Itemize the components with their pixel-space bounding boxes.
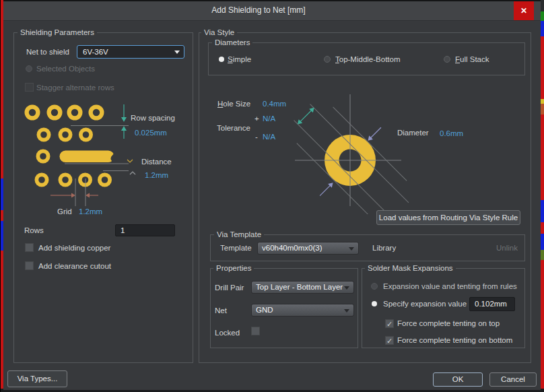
tenting-bottom-label: Force complete tenting on bottom xyxy=(397,335,512,345)
unlink-link[interactable]: Unlink xyxy=(496,243,518,253)
chevron-down-icon xyxy=(344,286,349,290)
library-label: Library xyxy=(372,243,396,253)
tenting-bottom-checkbox[interactable]: ✓ xyxy=(385,336,394,345)
group-via-template-label: Via Template xyxy=(214,230,264,239)
ok-button[interactable]: OK xyxy=(433,372,483,387)
radio-simple[interactable] xyxy=(218,56,225,63)
tenting-top-label: Force complete tenting on top xyxy=(397,319,500,328)
net-to-shield-label: Net to shield xyxy=(26,47,69,57)
hole-size-value: 0.4mm xyxy=(263,99,286,108)
net-combo[interactable]: GND xyxy=(251,304,354,317)
drill-pair-label: Drill Pair xyxy=(215,283,244,292)
right-edge-blue-2 xyxy=(541,200,544,222)
distance-value: 1.2mm xyxy=(145,170,168,180)
stagger-label: Stagger alternate rows xyxy=(36,83,114,92)
diameter-value: 0.6mm xyxy=(440,129,463,138)
screen: Add Shielding to Net [mm] ✕ Shielding Pa… xyxy=(0,0,544,392)
group-properties: Properties Drill Pair Top Layer - Bottom… xyxy=(210,268,358,348)
group-properties-label: Properties xyxy=(213,263,254,273)
right-edge-green xyxy=(541,11,544,21)
template-combo[interactable]: v60h40m0mx0(3) xyxy=(257,242,359,255)
radio-simple-label: Simple xyxy=(228,55,251,64)
radio-specify-expansion-label: Specify expansion value xyxy=(383,299,467,308)
net-to-shield-combo[interactable]: 6V-36V xyxy=(77,45,184,59)
right-edge-yellow xyxy=(541,99,544,104)
locked-label: Locked xyxy=(215,328,240,337)
ok-button-label: OK xyxy=(452,375,464,383)
group-via-template: Via Template Template v60h40m0mx0(3) Lib… xyxy=(210,234,525,261)
radio-specify-expansion[interactable] xyxy=(371,300,378,307)
add-copper-label: Add shielding copper xyxy=(38,243,110,253)
tolerance-label: Tolerance xyxy=(217,123,250,133)
radio-full-stack-label: Full Stack xyxy=(455,55,489,64)
selected-objects-radio[interactable] xyxy=(26,65,32,72)
expansion-value: 0.102mm xyxy=(475,300,507,308)
expansion-value-input[interactable]: 0.102mm xyxy=(469,297,515,311)
dialog-add-shielding: Add Shielding to Net [mm] ✕ Shielding Pa… xyxy=(3,0,541,390)
tolerance-plus-value: N/A xyxy=(263,114,275,123)
radio-expansion-from-rules-label: Expansion value and tenting from rules xyxy=(383,282,517,291)
check-icon: ✓ xyxy=(386,320,393,328)
tolerance-plus-sign: + xyxy=(254,114,259,123)
group-via-style: Via Style Diameters Simple Top-Middle-Bo… xyxy=(199,32,531,363)
drill-pair-combo[interactable]: Top Layer - Bottom Layer xyxy=(251,281,354,294)
template-label: Template xyxy=(220,243,252,253)
rows-value: 1 xyxy=(121,226,125,234)
radio-expansion-from-rules[interactable] xyxy=(371,283,378,290)
right-edge-strip xyxy=(541,0,544,392)
chevron-down-icon xyxy=(344,309,349,313)
group-solder-mask: Solder Mask Expansions Expansion value a… xyxy=(362,268,525,348)
radio-full-stack[interactable] xyxy=(444,56,450,63)
right-edge-blue-3 xyxy=(541,234,544,250)
add-cutout-label: Add clearance cutout xyxy=(38,261,111,271)
group-shielding-parameters-label: Shielding Parameters xyxy=(18,28,97,37)
add-cutout-checkbox[interactable] xyxy=(25,261,34,270)
selected-objects-label: Selected Objects xyxy=(36,64,95,73)
right-edge-olive xyxy=(541,250,544,260)
load-values-button[interactable]: Load values from Routing Via Style Rule xyxy=(376,210,520,225)
tolerance-minus-value: N/A xyxy=(263,132,275,141)
title-bar: Add Shielding to Net [mm] ✕ xyxy=(3,1,541,21)
grid-value: 1.2mm xyxy=(79,207,102,216)
group-shielding-parameters: Shielding Parameters Net to shield 6V-36… xyxy=(13,32,193,363)
cancel-button-label: Cancel xyxy=(501,375,525,383)
rows-label: Rows xyxy=(24,226,44,235)
net-label: Net xyxy=(215,306,227,315)
right-edge-dark-bottom xyxy=(541,389,544,392)
tolerance-minus-sign: - xyxy=(255,132,258,141)
right-edge-blue-1 xyxy=(541,21,544,36)
tenting-top-checkbox[interactable]: ✓ xyxy=(385,319,394,328)
chevron-down-icon xyxy=(174,51,180,54)
cancel-button[interactable]: Cancel xyxy=(489,372,537,387)
group-diameters: Diameters Simple Top-Middle-Bottom Full … xyxy=(208,42,525,75)
dialog-title: Add Shielding to Net [mm] xyxy=(3,1,514,20)
load-values-button-label: Load values from Routing Via Style Rule xyxy=(379,214,518,222)
template-value: v60h40m0mx0(3) xyxy=(262,244,322,252)
check-icon: ✓ xyxy=(386,337,393,345)
right-edge-dark-top xyxy=(541,0,544,11)
radio-top-middle-bottom-label: Top-Middle-Bottom xyxy=(335,55,401,64)
right-edge-orange xyxy=(541,104,544,115)
chevron-down-icon xyxy=(349,247,354,251)
via-preview-diagram xyxy=(283,90,425,214)
locked-checkbox[interactable] xyxy=(251,327,260,335)
add-copper-checkbox[interactable] xyxy=(25,243,34,252)
grid-label: Grid xyxy=(57,207,72,216)
radio-top-middle-bottom[interactable] xyxy=(324,56,331,63)
group-solder-mask-label: Solder Mask Expansions xyxy=(365,263,456,273)
group-diameters-label: Diameters xyxy=(212,38,252,47)
close-button[interactable]: ✕ xyxy=(514,1,534,20)
distance-label: Distance xyxy=(141,157,172,166)
via-types-button-label: Via Types... xyxy=(18,374,58,383)
drill-pair-value: Top Layer - Bottom Layer xyxy=(256,283,343,291)
net-to-shield-value: 6V-36V xyxy=(83,48,108,56)
stagger-checkbox[interactable] xyxy=(25,83,34,92)
row-spacing-label: Row spacing xyxy=(131,113,175,123)
net-value: GND xyxy=(256,306,273,314)
hole-size-label: Hole Size xyxy=(217,99,250,108)
via-types-button[interactable]: Via Types... xyxy=(7,370,67,387)
close-icon: ✕ xyxy=(520,6,527,15)
row-spacing-value: 0.025mm xyxy=(135,128,167,137)
rows-input[interactable]: 1 xyxy=(115,224,175,236)
group-via-style-label: Via Style xyxy=(201,28,237,37)
